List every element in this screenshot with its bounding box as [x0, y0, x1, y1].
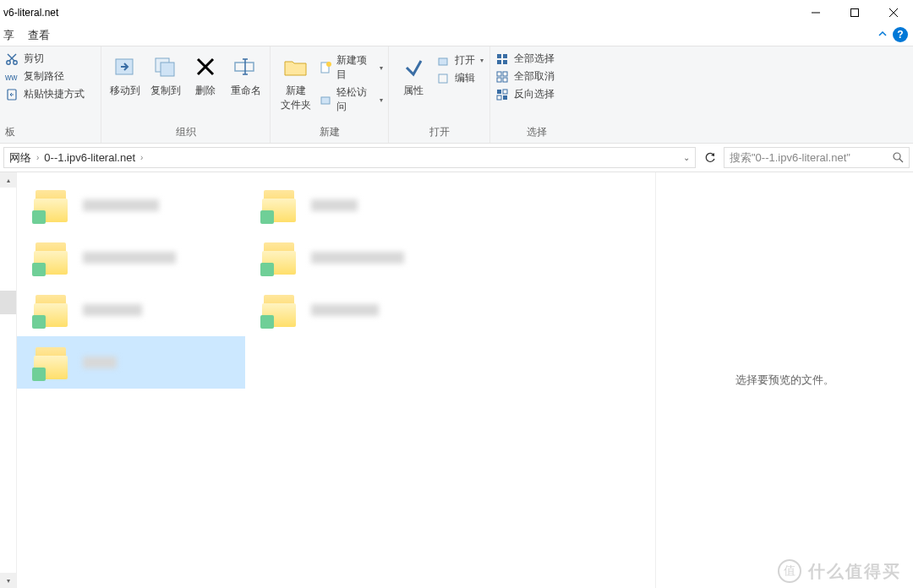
select-none-icon — [495, 70, 509, 84]
select-all-icon — [495, 52, 509, 66]
svg-rect-25 — [503, 54, 507, 58]
svg-point-36 — [894, 153, 900, 160]
breadcrumb-root[interactable]: 网络 — [9, 150, 31, 166]
select-all-button[interactable]: 全部选择 — [495, 52, 555, 66]
paste-shortcut-button[interactable]: 粘贴快捷方式 — [5, 87, 85, 101]
navigation-pane[interactable]: ▴ ▾ — [0, 172, 17, 588]
folder-icon — [34, 293, 71, 327]
svg-rect-32 — [497, 90, 501, 94]
svg-rect-29 — [503, 72, 507, 76]
help-icon[interactable]: ? — [893, 27, 908, 42]
svg-rect-1 — [851, 9, 859, 17]
folder-icon — [34, 241, 71, 275]
dropdown-icon: ▾ — [380, 64, 383, 72]
group-label-clipboard: 板 — [5, 125, 96, 141]
window-title: v6-literal.net — [3, 7, 58, 19]
folder-label — [311, 304, 379, 316]
maximize-button[interactable] — [835, 0, 874, 25]
search-input[interactable]: 搜索"0--1.ipv6-literal.net" — [724, 147, 910, 168]
select-none-button[interactable]: 全部取消 — [495, 69, 555, 84]
rename-button[interactable]: 重命名 — [227, 50, 265, 125]
open-icon — [436, 54, 450, 68]
copy-to-button[interactable]: 复制到 — [147, 50, 184, 125]
edit-icon — [436, 72, 450, 85]
dropdown-icon: ▾ — [480, 57, 484, 64]
ribbon-group-open: 属性 打开 ▾ 编辑 打开 — [389, 46, 490, 143]
edit-button[interactable]: 编辑 — [436, 71, 484, 85]
folder-icon — [262, 241, 299, 275]
svg-point-20 — [326, 62, 331, 67]
collapse-ribbon-icon[interactable] — [877, 29, 888, 39]
svg-point-4 — [7, 60, 10, 63]
breadcrumb[interactable]: 网络 › 0--1.ipv6-literal.net › ⌄ — [3, 147, 696, 168]
nav-selected-item — [0, 291, 16, 314]
move-to-button[interactable]: 移动到 — [107, 50, 144, 125]
easy-access-button[interactable]: 轻松访问 ▾ — [319, 85, 383, 114]
cut-button[interactable]: 剪切 — [5, 52, 85, 66]
new-item-icon — [319, 61, 331, 74]
window-controls — [796, 0, 913, 25]
folder-label — [311, 252, 404, 264]
new-item-button[interactable]: 新建项目 ▾ — [319, 53, 383, 82]
menu-bar: 享 查看 ? — [0, 25, 913, 46]
new-folder-button[interactable]: 新建 文件夹 — [276, 50, 315, 125]
svg-rect-35 — [503, 95, 507, 100]
svg-rect-28 — [497, 72, 501, 76]
address-bar-row: 网络 › 0--1.ipv6-literal.net › ⌄ 搜索"0--1.i… — [0, 144, 913, 172]
open-button[interactable]: 打开 ▾ — [436, 53, 484, 68]
copy-path-button[interactable]: ww 复制路径 — [5, 69, 85, 84]
svg-rect-24 — [497, 54, 501, 58]
scroll-up-icon[interactable]: ▴ — [0, 172, 16, 188]
svg-rect-34 — [497, 95, 501, 100]
folder-label — [83, 199, 159, 211]
titlebar: v6-literal.net — [0, 0, 913, 25]
svg-rect-21 — [321, 97, 330, 104]
copy-to-icon — [152, 53, 179, 80]
folder-label — [83, 252, 176, 264]
folder-item[interactable] — [245, 231, 473, 284]
folder-icon — [262, 188, 299, 222]
svg-rect-33 — [503, 90, 507, 94]
search-icon — [893, 152, 904, 163]
svg-rect-31 — [503, 78, 507, 82]
files-area[interactable] — [17, 172, 655, 588]
folder-icon — [34, 346, 71, 379]
svg-rect-26 — [497, 60, 501, 64]
chevron-right-icon: › — [36, 153, 39, 162]
delete-icon — [192, 53, 219, 80]
menu-share[interactable]: 享 — [3, 28, 14, 43]
folder-item-selected[interactable] — [17, 336, 245, 389]
watermark-badge: 值 — [778, 559, 801, 583]
svg-rect-22 — [439, 58, 447, 65]
folder-item[interactable] — [245, 179, 473, 231]
group-label-select: 选择 — [495, 125, 578, 141]
close-button[interactable] — [874, 0, 913, 25]
ribbon-group-organize: 移动到 复制到 删除 重命名 组织 — [101, 46, 271, 143]
invert-selection-button[interactable]: 反向选择 — [495, 87, 555, 101]
group-label-organize: 组织 — [107, 125, 265, 141]
dropdown-icon: ▾ — [380, 96, 383, 104]
group-label-new: 新建 — [276, 125, 383, 141]
chevron-right-icon: › — [140, 153, 143, 162]
svg-rect-15 — [235, 63, 254, 71]
folder-item[interactable] — [17, 231, 245, 284]
folder-item[interactable] — [17, 284, 245, 336]
minimize-button[interactable] — [796, 0, 835, 25]
search-placeholder: 搜索"0--1.ipv6-literal.net" — [730, 150, 850, 166]
svg-rect-27 — [503, 60, 507, 64]
folder-item[interactable] — [17, 179, 245, 231]
menu-view[interactable]: 查看 — [28, 28, 50, 43]
breadcrumb-dropdown-icon[interactable]: ⌄ — [683, 153, 690, 162]
breadcrumb-path[interactable]: 0--1.ipv6-literal.net — [44, 151, 135, 164]
group-label-open: 打开 — [394, 125, 484, 141]
delete-button[interactable]: 删除 — [188, 50, 225, 125]
folder-icon — [262, 293, 299, 327]
ribbon: 剪切 ww 复制路径 粘贴快捷方式 板 移动到 — [0, 46, 913, 144]
ribbon-group-select: 全部选择 全部取消 反向选择 选择 — [490, 46, 583, 143]
folder-item[interactable] — [245, 284, 473, 336]
rename-icon — [232, 53, 260, 80]
refresh-button[interactable] — [699, 147, 720, 168]
folder-label — [311, 199, 358, 211]
scroll-down-icon[interactable]: ▾ — [0, 573, 16, 588]
properties-button[interactable]: 属性 — [394, 50, 433, 125]
